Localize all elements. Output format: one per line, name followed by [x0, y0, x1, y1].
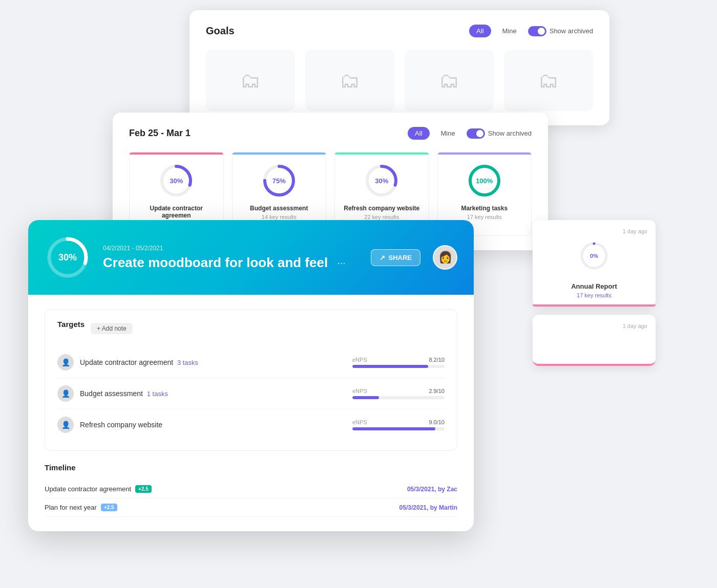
timeline-date-2: 05/3/2021, by Martin: [399, 504, 457, 511]
target-avatar-1: 👤: [57, 354, 74, 371]
metric-label-3: eNPS: [352, 419, 367, 425]
target-link-1[interactable]: 3 tasks: [177, 359, 198, 366]
main-pct-label: 30%: [58, 252, 77, 263]
share-icon: ↗: [379, 254, 385, 262]
folder-icon: 🗂: [538, 69, 559, 92]
goals-filter-mine[interactable]: Mine: [495, 25, 524, 37]
weekly-date-range: Feb 25 - Mar 1: [129, 128, 191, 139]
metric-bar-2: [352, 396, 379, 399]
weekly-show-archived-toggle[interactable]: Show archived: [467, 128, 532, 139]
goal-progress-chart-2: 75%: [261, 163, 297, 199]
goal-progress-chart-1: 30%: [158, 163, 194, 199]
timeline-badge-2: +2.5: [101, 504, 117, 511]
goal-card-sub-2: 14 key results: [241, 214, 318, 220]
weekly-filter-group: All Mine Show archived: [408, 127, 532, 140]
target-name-3: Refresh company website: [80, 421, 342, 429]
goal-progress-chart-3: 30%: [364, 163, 399, 199]
folder-item[interactable]: 🗂: [206, 50, 295, 111]
goals-panel-header: Goals All Mine Show archived: [206, 25, 593, 37]
main-date-range: 04/2/2021 - 05/2/2021: [103, 245, 358, 252]
timeline-section: Timeline Update contractor agreement +2.…: [45, 463, 457, 517]
weekly-filter-mine[interactable]: Mine: [434, 127, 462, 140]
goal-card-name-1: Update contractor agreemen: [138, 205, 215, 219]
timeline-entry-1: Update contractor agreement +2.5: [45, 485, 152, 493]
goals-filter-group: All Mine Show archived: [469, 25, 593, 37]
goals-show-archived-toggle[interactable]: Show archived: [528, 26, 593, 36]
metric-value-3: 9.0/10: [429, 419, 445, 425]
weekly-panel-header: Feb 25 - Mar 1 All Mine Show archived: [129, 127, 532, 140]
goals-show-archived-label: Show archived: [550, 27, 593, 35]
timeline-entry-2: Plan for next year +2.5: [45, 504, 117, 511]
goals-folder-grid: 🗂 🗂 🗂 🗂: [206, 50, 593, 111]
folder-item[interactable]: 🗂: [305, 50, 394, 111]
timeline-date-1: 05/3/2021, by Zac: [407, 486, 457, 493]
main-panel-body: Targets + Add note 👤 Update contractor a…: [28, 295, 474, 531]
right-side-cards: 1 day ago 0% Annual Report 17 key result…: [533, 220, 656, 366]
folder-item[interactable]: 🗂: [504, 50, 593, 111]
metric-bar-container-2: [352, 396, 445, 399]
goal-card-sub-4: 17 key results: [446, 214, 523, 220]
side-card-spacer: [541, 335, 647, 356]
timeline-row-2: Plan for next year +2.5 05/3/2021, by Ma…: [45, 498, 457, 517]
main-header-info: 04/2/2021 - 05/2/2021 Create moodboard f…: [103, 245, 358, 271]
goal-card-name-4: Marketing tasks: [446, 205, 523, 212]
target-name-1: Update contractor agreement 3 tasks: [80, 358, 342, 366]
side-card-ago-1: 1 day ago: [541, 228, 647, 234]
goals-title: Goals: [206, 25, 235, 37]
weekly-show-archived-label: Show archived: [488, 129, 532, 137]
metric-bar-container-3: [352, 427, 445, 430]
folder-icon: 🗂: [439, 69, 459, 92]
weekly-filter-all[interactable]: All: [408, 127, 429, 140]
metric-value-2: 2.9/10: [429, 388, 445, 394]
goal-card-sub-3: 22 key results: [343, 214, 420, 220]
more-options-icon[interactable]: ···: [337, 257, 346, 269]
metric-bar-3: [352, 427, 435, 430]
share-button[interactable]: ↗ SHARE: [371, 249, 420, 266]
goal-card-name-2: Budget assessment: [241, 205, 318, 212]
side-card-2[interactable]: 1 day ago: [533, 315, 656, 366]
goal-pct-label-1: 30%: [170, 177, 183, 185]
target-metric-2: eNPS 2.9/10: [342, 388, 445, 399]
metric-label-2: eNPS: [352, 388, 367, 394]
side-card-name-1: Annual Report: [541, 282, 647, 290]
goal-card-name-3: Refresh company website: [343, 205, 420, 212]
timeline-row-1: Update contractor agreement +2.5 05/3/20…: [45, 480, 457, 498]
metric-bar-container-1: [352, 365, 445, 368]
target-avatar-3: 👤: [57, 417, 74, 433]
targets-section-title: Targets: [57, 320, 85, 329]
side-card-ago-2: 1 day ago: [541, 323, 647, 329]
main-progress-chart: 30%: [45, 234, 91, 280]
add-note-button[interactable]: + Add note: [91, 323, 133, 334]
weekly-archive-toggle-switch[interactable]: [467, 128, 485, 139]
side-card-chart-1: 0%: [579, 241, 609, 271]
main-title: Create moodboard for look and feel: [103, 255, 328, 271]
timeline-section-title: Timeline: [45, 463, 457, 472]
main-panel-header: 30% 04/2/2021 - 05/2/2021 Create moodboa…: [28, 220, 474, 295]
targets-header: Targets + Add note: [57, 320, 445, 337]
folder-icon: 🗂: [340, 69, 360, 92]
target-metric-1: eNPS 8.2/10: [342, 357, 445, 368]
timeline-badge-1: +2.5: [135, 485, 152, 493]
side-card-sub-1: 17 key results: [541, 292, 647, 298]
target-name-2: Budget assessment 1 tasks: [80, 389, 342, 398]
target-avatar-2: 👤: [57, 385, 74, 402]
goals-panel: Goals All Mine Show archived 🗂 🗂 🗂 🗂: [189, 10, 609, 125]
side-card-annual-report[interactable]: 1 day ago 0% Annual Report 17 key result…: [533, 220, 656, 307]
target-link-2[interactable]: 1 tasks: [147, 390, 168, 398]
folder-item[interactable]: 🗂: [405, 50, 494, 111]
goal-progress-chart-4: 100%: [467, 163, 502, 199]
target-metric-3: eNPS 9.0/10: [342, 419, 445, 430]
main-detail-panel: 30% 04/2/2021 - 05/2/2021 Create moodboa…: [28, 220, 474, 531]
metric-label-1: eNPS: [352, 357, 367, 363]
side-card-pct-1: 0%: [590, 253, 598, 259]
folder-icon: 🗂: [240, 69, 261, 92]
avatar: 👩: [433, 245, 457, 270]
target-row-3: 👤 Refresh company website eNPS 9.0/10: [57, 409, 445, 440]
goals-filter-all[interactable]: All: [469, 25, 491, 37]
share-label: SHARE: [388, 254, 412, 262]
goal-pct-label-4: 100%: [476, 177, 493, 185]
target-row-2: 👤 Budget assessment 1 tasks eNPS 2.9/10: [57, 378, 445, 409]
metric-bar-1: [352, 365, 428, 368]
goals-archive-toggle-switch[interactable]: [528, 26, 546, 36]
metric-value-1: 8.2/10: [429, 357, 445, 363]
